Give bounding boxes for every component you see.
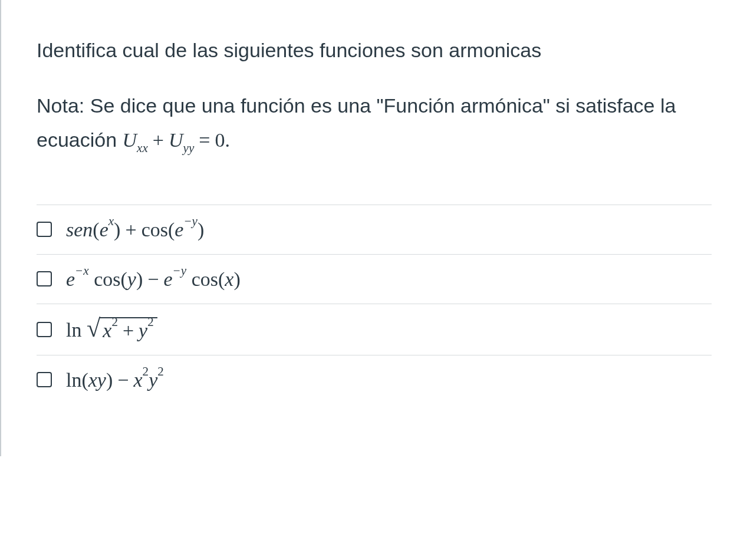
option-checkbox[interactable] xyxy=(37,322,52,337)
option-label: sen(ex)+cos(e−y) xyxy=(66,218,204,241)
option-checkbox[interactable] xyxy=(37,372,52,387)
question-prompt: Identifica cual de las siguientes funcio… xyxy=(37,35,712,65)
option-row[interactable]: e−x cos(y)−e−y cos(x) xyxy=(37,254,712,304)
options-list: sen(ex)+cos(e−y)e−x cos(y)−e−y cos(x)ln … xyxy=(37,205,712,391)
option-row[interactable]: ln √x2+y2 xyxy=(37,304,712,355)
question-note: Nota: Se dice que una función es una "Fu… xyxy=(37,89,712,157)
option-label: ln √x2+y2 xyxy=(66,317,157,342)
question-container: Identifica cual de las siguientes funcio… xyxy=(0,0,747,456)
option-label: e−x cos(y)−e−y cos(x) xyxy=(66,268,241,291)
note-equation: Uxx+Uyy=0. xyxy=(123,129,230,151)
option-row[interactable]: sen(ex)+cos(e−y) xyxy=(37,205,712,254)
option-checkbox[interactable] xyxy=(37,271,52,286)
option-row[interactable]: ln(xy)−x2y2 xyxy=(37,355,712,391)
option-checkbox[interactable] xyxy=(37,222,52,237)
option-label: ln(xy)−x2y2 xyxy=(66,368,164,391)
